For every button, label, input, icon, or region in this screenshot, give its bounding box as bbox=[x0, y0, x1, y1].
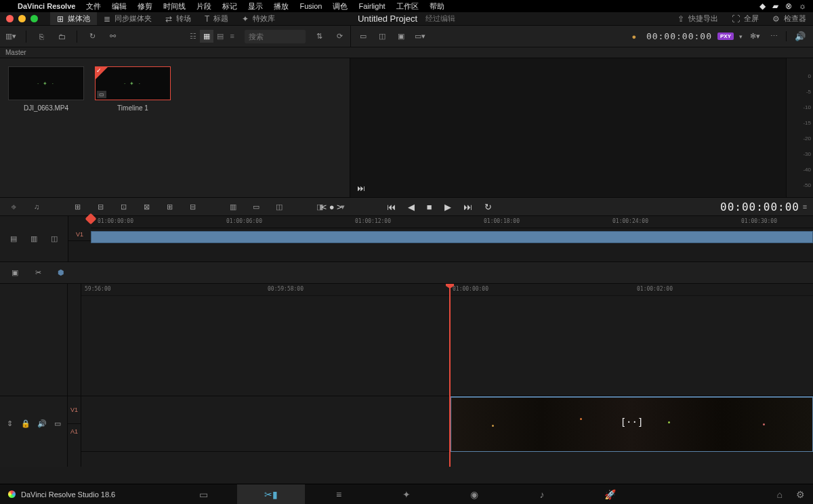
mini-ruler[interactable]: 01:00:00:00 01:00:06:00 01:00:12:00 01:0… bbox=[91, 216, 813, 228]
mini-track-label[interactable]: V1 bbox=[68, 228, 91, 241]
more-icon[interactable]: ⟳ bbox=[333, 30, 346, 43]
timeline-body[interactable]: 59:56:00 00:59:58:00 01:00:00:00 01:00:0… bbox=[81, 284, 813, 467]
timeline-playhead[interactable] bbox=[449, 284, 451, 467]
page-cut[interactable]: ✂▮ bbox=[237, 484, 305, 505]
skip-next-icon[interactable]: ⏭ bbox=[357, 184, 365, 193]
project-settings-icon[interactable]: ⚙ bbox=[796, 489, 805, 500]
record-timecode[interactable]: 00:00:00:00 bbox=[720, 201, 799, 213]
page-edit[interactable]: ≡ bbox=[305, 484, 373, 505]
menu-mark[interactable]: 标记 bbox=[222, 1, 237, 12]
menu-timeline[interactable]: 时间线 bbox=[163, 1, 186, 12]
clip-item[interactable]: · ✦ ·▭ Timeline 1 bbox=[95, 66, 171, 189]
source-viewer[interactable]: ⏭ bbox=[350, 58, 786, 197]
proxy-badge[interactable]: PXY bbox=[717, 33, 734, 40]
app-name-menu[interactable]: DaVinci Resolve bbox=[18, 2, 75, 10]
tab-titles[interactable]: T标题 bbox=[198, 12, 235, 25]
menu-clip[interactable]: 片段 bbox=[196, 1, 211, 12]
sync-icon[interactable]: ↻ bbox=[85, 30, 99, 43]
viewer-tool2-icon[interactable]: ◫ bbox=[375, 30, 389, 43]
menu-file[interactable]: 文件 bbox=[86, 1, 101, 12]
page-color[interactable]: ◉ bbox=[440, 484, 508, 505]
lock-icon[interactable]: ⇕ bbox=[5, 417, 14, 431]
boring-detector-icon[interactable]: ⎆ bbox=[7, 200, 20, 213]
audio-track[interactable] bbox=[81, 451, 813, 467]
menu-view[interactable]: 显示 bbox=[248, 1, 263, 12]
import-media-icon[interactable]: ⎘ bbox=[35, 30, 48, 43]
play-icon[interactable]: ▶ bbox=[444, 202, 451, 212]
speaker-icon[interactable]: 🔊 bbox=[795, 31, 806, 41]
track-sound-icon[interactable]: 🔊 bbox=[37, 417, 47, 431]
search-input[interactable] bbox=[245, 30, 306, 43]
view-list-icon[interactable]: ≡ bbox=[227, 30, 238, 43]
viewer-guides-icon[interactable]: ▭▾ bbox=[413, 30, 427, 43]
closeup-icon[interactable]: ⊠ bbox=[140, 200, 153, 213]
menu-playback[interactable]: 播放 bbox=[274, 1, 289, 12]
window-close[interactable] bbox=[6, 15, 14, 22]
tab-inspector[interactable]: ⚙检查器 bbox=[766, 12, 813, 25]
place-top-icon[interactable]: ⊞ bbox=[163, 200, 176, 213]
play-reverse-icon[interactable]: ◀ bbox=[408, 202, 415, 212]
timeline-opts-icon[interactable]: ≡ bbox=[798, 200, 812, 213]
menu-workspace[interactable]: 工作区 bbox=[396, 1, 419, 12]
page-media[interactable]: ▭ bbox=[169, 484, 237, 505]
loop-icon[interactable]: ↻ bbox=[484, 202, 492, 212]
tab-sync-bin[interactable]: ≣同步媒体夹 bbox=[97, 12, 159, 25]
transition-icon[interactable]: ▭ bbox=[249, 200, 263, 213]
track-lock-icon[interactable]: 🔒 bbox=[21, 417, 30, 431]
tab-transitions[interactable]: ⇄转场 bbox=[159, 12, 198, 25]
project-manager-icon[interactable]: ⌂ bbox=[777, 489, 783, 500]
page-fairlight[interactable]: ♪ bbox=[508, 484, 576, 505]
proxy-chevron-icon[interactable]: ▾ bbox=[739, 33, 743, 40]
mini-timeline-clip[interactable] bbox=[91, 231, 813, 243]
tab-quick-export[interactable]: ⇪快捷导出 bbox=[671, 12, 725, 25]
source-timecode[interactable]: 00:00:00:00 bbox=[646, 31, 712, 41]
view-metadata-icon[interactable]: ☷ bbox=[186, 30, 200, 43]
track-head-v1[interactable]: V1 bbox=[68, 396, 81, 423]
menu-edit[interactable]: 编辑 bbox=[112, 1, 127, 12]
dissolve-icon[interactable]: ◫ bbox=[272, 200, 286, 213]
tl-marker-icon[interactable]: ⬢ bbox=[54, 266, 68, 280]
ripple-icon[interactable]: ⊡ bbox=[117, 200, 130, 213]
view-thumb-icon[interactable]: ▦ bbox=[200, 30, 213, 43]
menu-tray[interactable]: ◆▰⊗☼ bbox=[753, 1, 806, 11]
capture-icon[interactable]: ● bbox=[627, 30, 641, 43]
window-minimize[interactable] bbox=[18, 15, 26, 22]
clip-item[interactable]: · ✦ · DJI_0663.MP4 bbox=[8, 66, 84, 189]
viewer-tool1-icon[interactable]: ▭ bbox=[356, 30, 370, 43]
menu-fusion[interactable]: Fusion bbox=[299, 2, 322, 10]
append-icon[interactable]: ⊟ bbox=[93, 200, 107, 213]
sort-icon[interactable]: ⇅ bbox=[312, 30, 326, 43]
tl-blade-icon[interactable]: ✂ bbox=[31, 266, 45, 280]
track-audio-icon[interactable]: ◫ bbox=[47, 232, 61, 246]
video-clip[interactable]: [··] bbox=[451, 396, 813, 452]
link-icon[interactable]: ⚯ bbox=[106, 30, 119, 43]
tab-media-pool[interactable]: ⊞媒体池 bbox=[50, 12, 97, 25]
prev-clip-icon[interactable]: ⏮ bbox=[387, 202, 396, 212]
tl-snap-icon[interactable]: ▣ bbox=[8, 266, 22, 280]
menu-help[interactable]: 帮助 bbox=[430, 1, 444, 12]
view-strip-icon[interactable]: ▤ bbox=[213, 30, 227, 43]
tools-icon[interactable]: ▥ bbox=[226, 200, 240, 213]
import-folder-icon[interactable]: 🗀 bbox=[55, 30, 68, 43]
viewer-opts-icon[interactable]: ⋯ bbox=[767, 30, 780, 43]
track-view2-icon[interactable]: ▥ bbox=[27, 232, 41, 246]
track-head-a1[interactable]: A1 bbox=[68, 423, 81, 439]
menu-fairlight[interactable]: Fairlight bbox=[358, 2, 385, 10]
track-mute-icon[interactable]: ▭ bbox=[54, 417, 62, 431]
tab-fullscreen[interactable]: ⛶全屏 bbox=[725, 12, 766, 25]
page-fusion[interactable]: ✦ bbox=[373, 484, 440, 505]
stop-icon[interactable]: ■ bbox=[427, 202, 432, 212]
next-clip-icon[interactable]: ⏭ bbox=[463, 202, 472, 212]
tab-effects[interactable]: ✦特效库 bbox=[235, 12, 282, 25]
menu-color[interactable]: 调色 bbox=[333, 1, 348, 12]
master-bin-label[interactable]: Master bbox=[0, 47, 813, 58]
source-overwrite-icon[interactable]: ⊟ bbox=[186, 200, 199, 213]
track-view1-icon[interactable]: ▤ bbox=[7, 232, 20, 246]
window-zoom[interactable] bbox=[30, 15, 38, 22]
audio-trim-icon[interactable]: ♫ bbox=[30, 200, 43, 213]
menu-trim[interactable]: 修剪 bbox=[138, 1, 152, 12]
page-deliver[interactable]: 🚀 bbox=[576, 484, 644, 505]
jog-left-icon[interactable]: < ● > bbox=[321, 202, 341, 212]
bin-list-toggle[interactable]: ▥▾ bbox=[4, 30, 18, 43]
viewer-safe-icon[interactable]: ▣ bbox=[394, 30, 408, 43]
